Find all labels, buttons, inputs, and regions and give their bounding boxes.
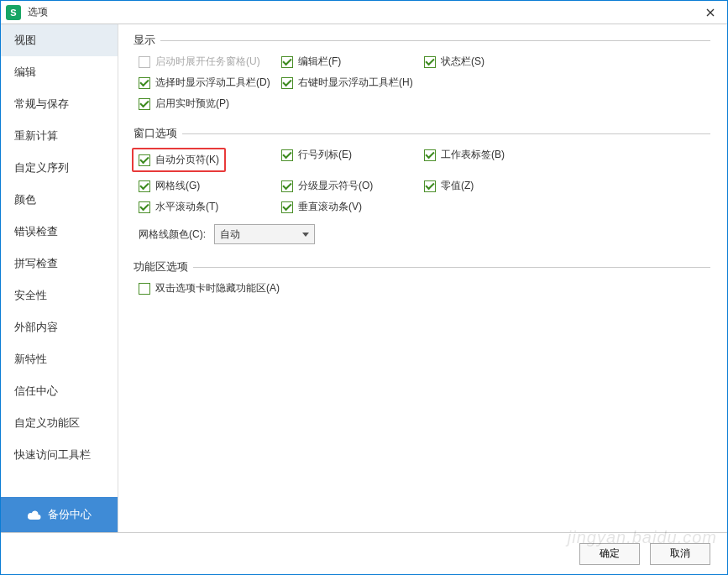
chevron-down-icon [302,233,309,237]
opt-window-1[interactable]: 行号列标(E) [281,148,424,162]
highlight-box: 自动分页符(K) [132,148,226,172]
cloud-icon [28,510,41,520]
sidebar-item-0[interactable]: 视图 [1,24,118,56]
checkbox-icon [424,56,436,68]
checkbox-icon [281,149,293,161]
opt-display-3-label: 选择时显示浮动工具栏(D) [155,76,270,90]
sidebar-item-3[interactable]: 重新计算 [1,120,118,152]
checkbox-icon [281,77,293,89]
backup-center-button[interactable]: 备份中心 [1,497,118,532]
sidebar-item-12[interactable]: 自定义功能区 [1,407,118,439]
opt-window-7-label: 垂直滚动条(V) [298,200,362,214]
close-button[interactable] [699,1,722,24]
opt-display-2[interactable]: 状态栏(S) [424,55,567,69]
opt-display-0: 启动时展开任务窗格(U) [139,55,281,69]
checkbox-icon [281,201,293,213]
sidebar-item-8[interactable]: 安全性 [1,280,118,311]
sidebar: 视图编辑常规与保存重新计算自定义序列颜色错误检查拼写检查安全性外部内容新特性信任… [1,24,118,532]
gridline-color-value: 自动 [220,227,240,242]
opt-window-4[interactable]: 分级显示符号(O) [281,179,424,193]
sidebar-item-4[interactable]: 自定义序列 [1,152,118,184]
opt-display-6-label: 启用实时预览(P) [155,97,229,111]
ok-button[interactable]: 确定 [579,543,640,565]
section-ribbon-title: 功能区选项 [134,259,193,274]
divider [160,40,710,41]
opt-ribbon-0-label: 双击选项卡时隐藏功能区(A) [155,281,280,295]
section-window-title: 窗口选项 [134,126,182,141]
window-title: 选项 [28,5,699,19]
checkbox-icon [139,180,150,192]
opt-display-4[interactable]: 右键时显示浮动工具栏(H) [281,76,424,90]
app-icon: S [6,5,21,20]
opt-window-6[interactable]: 水平滚动条(T) [139,200,281,214]
checkbox-icon [281,56,293,68]
opt-window-5-label: 零值(Z) [441,179,474,193]
gridline-color-label: 网格线颜色(C): [139,227,206,242]
checkbox-icon [139,201,150,213]
checkbox-icon [424,149,436,161]
section-ribbon: 功能区选项 双击选项卡时隐藏功能区(A) [134,259,710,295]
section-display-title: 显示 [134,33,160,48]
opt-window-6-label: 水平滚动条(T) [155,200,218,214]
cancel-button[interactable]: 取消 [650,543,710,565]
opt-display-3[interactable]: 选择时显示浮动工具栏(D) [139,76,281,90]
section-display: 显示 启动时展开任务窗格(U)编辑栏(F)状态栏(S)选择时显示浮动工具栏(D)… [134,33,710,111]
sidebar-item-13[interactable]: 快速访问工具栏 [1,439,118,471]
checkbox-icon [281,180,293,192]
opt-window-7[interactable]: 垂直滚动条(V) [281,200,424,214]
sidebar-item-1[interactable]: 编辑 [1,56,118,88]
opt-window-2[interactable]: 工作表标签(B) [424,148,567,162]
sidebar-item-11[interactable]: 信任中心 [1,375,118,407]
opt-display-0-label: 启动时展开任务窗格(U) [155,55,260,69]
gridline-color-select[interactable]: 自动 [214,224,315,244]
checkbox-icon [139,77,150,89]
titlebar: S 选项 [1,1,727,24]
divider [193,267,710,268]
checkbox-icon [139,56,150,68]
opt-window-2-label: 工作表标签(B) [441,148,505,162]
sidebar-item-2[interactable]: 常规与保存 [1,88,118,120]
opt-window-4-label: 分级显示符号(O) [298,179,373,193]
footer: jingyan.baidu.com 确定 取消 [1,532,727,574]
checkbox-icon [139,283,150,295]
divider [182,133,710,134]
sidebar-item-5[interactable]: 颜色 [1,184,118,216]
close-icon [706,8,715,17]
backup-center-label: 备份中心 [48,507,92,522]
opt-window-5[interactable]: 零值(Z) [424,179,567,193]
sidebar-item-6[interactable]: 错误检查 [1,216,118,248]
opt-window-1-label: 行号列标(E) [298,148,352,162]
opt-window-0[interactable]: 自动分页符(K) [139,153,219,167]
opt-display-6[interactable]: 启用实时预览(P) [139,97,281,111]
opt-window-3-label: 网格线(G) [155,179,200,193]
sidebar-item-7[interactable]: 拼写检查 [1,248,118,280]
checkbox-icon [424,180,436,192]
opt-display-1[interactable]: 编辑栏(F) [281,55,424,69]
opt-display-1-label: 编辑栏(F) [298,55,341,69]
opt-window-3[interactable]: 网格线(G) [139,179,281,193]
opt-ribbon-0[interactable]: 双击选项卡时隐藏功能区(A) [139,281,281,295]
checkbox-icon [139,98,150,110]
sidebar-item-9[interactable]: 外部内容 [1,311,118,343]
sidebar-item-10[interactable]: 新特性 [1,343,118,375]
opt-display-4-label: 右键时显示浮动工具栏(H) [298,76,413,90]
opt-window-0-label: 自动分页符(K) [155,153,219,167]
content-area: 显示 启动时展开任务窗格(U)编辑栏(F)状态栏(S)选择时显示浮动工具栏(D)… [118,24,727,532]
section-window: 窗口选项 自动分页符(K)行号列标(E)工作表标签(B)网格线(G)分级显示符号… [134,126,710,244]
opt-display-2-label: 状态栏(S) [441,55,484,69]
checkbox-icon [139,154,150,166]
